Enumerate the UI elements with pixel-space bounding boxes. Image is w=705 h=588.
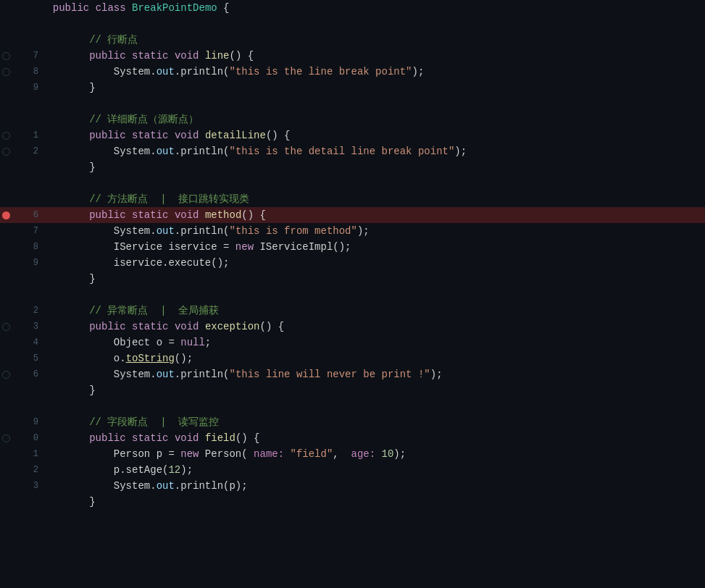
code-tokens: } [41,385,96,396]
breakpoint-empty[interactable] [2,132,10,140]
code-tokens: // 详细断点（源断点） [41,113,199,126]
code-tokens: o.toString(); [41,353,193,364]
gutter-line-5: 9 [0,80,41,96]
line-number: 7 [33,51,38,61]
code-tokens: } [41,273,96,285]
code-line-18 [41,287,705,303]
line-number: 2 [33,465,38,475]
line-number: 6 [33,210,38,220]
gutter-line-0 [0,0,41,16]
gutter-line-20: 3 [0,319,41,335]
code-line-12: // 方法断点 | 接口跳转实现类 [41,191,705,207]
line-number: 2 [33,306,38,316]
gutter-line-26: 9 [0,414,41,430]
gutter-line-29: 2 [0,462,41,478]
code-line-27: public static void field() { [41,430,705,446]
code-line-10: } [41,159,705,175]
gutter-line-7 [0,112,41,127]
gutter-line-22: 5 [0,350,41,366]
gutter-line-12 [0,191,41,207]
code-tokens: public static void detailLine() { [41,130,291,141]
gutter-line-8: 1 [0,127,41,143]
line-number: 1 [33,449,38,459]
breakpoint-empty[interactable] [2,371,10,379]
code-line-0: public class BreakPointDemo { [41,0,705,16]
code-line-24: } [41,382,705,398]
line-number: 9 [33,83,38,93]
code-line-19: // 异常断点 | 全局捕获 [41,303,705,319]
code-line-9: ↖💡 System.out.println("this is the detai… [41,143,705,159]
code-tokens: public static void line() { [41,50,254,62]
gutter-line-9: 2 [0,143,41,159]
code-line-1 [41,16,705,32]
line-number: 8 [33,67,38,77]
gutter-line-2 [0,32,41,48]
code-line-8: public static void detailLine() { [41,127,705,143]
code-line-15: IService iservice = new IServiceImpl(); [41,239,705,255]
breakpoint-empty[interactable] [2,52,10,60]
line-number: 6 [33,369,38,379]
line-number: 3 [33,322,38,332]
code-line-13: public static void method() { [41,207,705,223]
code-tokens: } [41,82,96,93]
breakpoint-empty[interactable] [2,323,10,331]
code-tokens: // 字段断点 | 读写监控 [41,416,219,429]
gutter-line-21: 4 [0,335,41,350]
code-line-17: } [41,271,705,287]
code-tokens: System.out.println("this is the detail l… [41,146,467,157]
code-line-20: public static void exception() { [41,319,705,335]
code-tokens: System.out.println(p); [41,480,248,492]
code-line-3: public static void line() { [41,48,705,64]
line-number: 8 [33,242,38,252]
code-tokens: // 异常断点 | 全局捕获 [41,304,219,317]
code-tokens: Person p = new Person( name: "field", ag… [41,448,406,460]
gutter-line-14: 7 [0,223,41,239]
code-tokens: System.out.println("this is the line bre… [41,66,424,77]
code-tokens: public class BreakPointDemo { [41,2,230,14]
line-number: 4 [33,337,38,348]
code-tokens: } [41,161,96,173]
gutter-line-31 [0,494,41,510]
code-line-26: // 字段断点 | 读写监控 [41,414,705,430]
code-line-2: // 行断点 [41,32,705,48]
code-tokens: iservice.execute(); [41,257,229,269]
breakpoint-red[interactable] [2,211,10,219]
code-line-22: o.toString(); [41,350,705,366]
gutter-line-1 [0,16,41,32]
gutter-line-23: 6 [0,366,41,382]
gutter-line-11 [0,175,41,191]
breakpoint-empty[interactable] [2,148,10,156]
code-line-5: } [41,80,705,96]
code-line-7: // 详细断点（源断点） [41,112,705,127]
gutter-line-28: 1 [0,446,41,462]
breakpoint-empty[interactable] [2,434,10,442]
code-line-30: System.out.println(p); [41,478,705,494]
gutter-line-16: 9 [0,255,41,271]
code-tokens: public static void method() { [41,209,266,221]
gutter-line-6 [0,96,41,112]
code-tokens: public static void exception() { [41,321,284,332]
code-content-area[interactable]: public class BreakPointDemo { // 行断点 pub… [41,0,705,588]
breakpoint-empty[interactable] [2,68,10,76]
code-line-25 [41,398,705,414]
code-line-28: Person p = new Person( name: "field", ag… [41,446,705,462]
code-tokens: p.setAge(12); [41,464,193,476]
gutter: 7891267892345690123 [0,0,41,588]
code-line-4: System.out.println("this is the line bre… [41,64,705,80]
gutter-line-24 [0,382,41,398]
code-line-31: } [41,494,705,510]
gutter-line-13: 6 [0,207,41,223]
gutter-line-4: 8 [0,64,41,80]
gutter-line-3: 7 [0,48,41,64]
code-line-14: System.out.println("this is from method"… [41,223,705,239]
code-line-23: System.out.println("this line will never… [41,366,705,382]
code-tokens: public static void field() { [41,432,260,444]
gutter-line-25 [0,398,41,414]
gutter-line-30: 3 [0,478,41,494]
code-line-29: p.setAge(12); [41,462,705,478]
code-line-11 [41,175,705,191]
line-number: 1 [33,130,38,140]
line-number: 0 [33,433,38,443]
code-tokens: Object o = null; [41,337,211,348]
code-line-16: iservice.execute(); [41,255,705,271]
